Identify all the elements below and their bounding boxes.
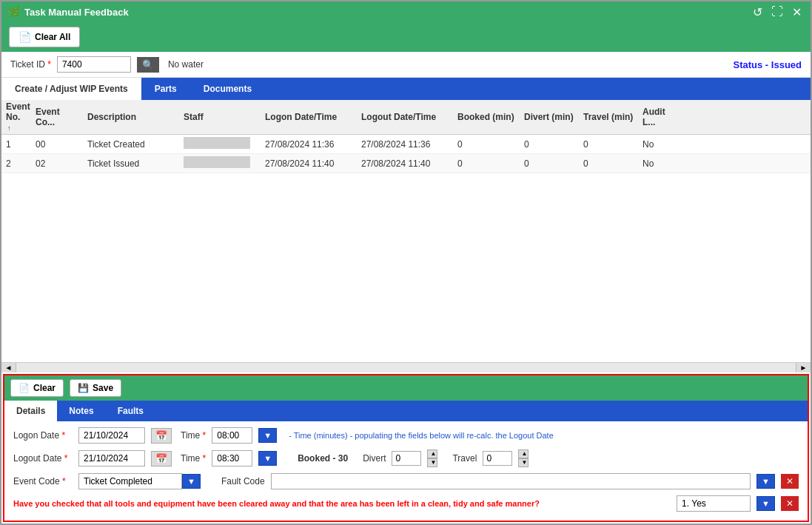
logon-time-dropdown-btn[interactable]: ▼	[258, 428, 277, 443]
logout-date-calendar-btn[interactable]: 📅	[151, 451, 172, 467]
window-icon: 🌿	[7, 6, 20, 18]
col-header-eventco: Event Co...	[31, 105, 83, 129]
cell-staff-2	[179, 155, 261, 172]
logout-time-dropdown-btn[interactable]: ▼	[258, 451, 277, 466]
logout-date-label: Logout Date *	[13, 453, 73, 464]
cell-eventno-2: 2	[1, 157, 31, 170]
cell-divert-2: 0	[520, 157, 579, 170]
fault-code-label: Fault Code	[221, 476, 265, 486]
travel-up-btn[interactable]: ▲	[518, 449, 529, 458]
warning-text: Have you checked that all tools and equi…	[13, 499, 671, 508]
col-header-logon: Logon Date/Time	[261, 110, 357, 124]
cell-travel-1: 0	[579, 138, 638, 151]
cell-booked-2: 0	[453, 157, 520, 170]
divert-up-btn[interactable]: ▲	[427, 449, 437, 458]
event-code-row: Event Code * ▼ Fault Code ▼ ✕	[13, 473, 799, 489]
fault-code-dropdown-btn[interactable]: ▼	[756, 474, 775, 489]
col-header-logout: Logout Date/Time	[357, 110, 453, 124]
tab-notes[interactable]: Notes	[57, 401, 105, 421]
col-header-desc: Description	[83, 110, 179, 124]
tab-parts[interactable]: Parts	[141, 78, 190, 100]
logon-date-row: Logon Date * 📅 Time * ▼ - Time (minutes)…	[13, 427, 799, 444]
col-header-staff: Staff	[179, 110, 261, 124]
col-header-divert: Divert (min)	[520, 110, 579, 124]
ticket-id-label: Ticket ID *	[10, 59, 51, 70]
yes-clear-btn[interactable]: ✕	[781, 496, 799, 511]
divert-input[interactable]	[392, 451, 421, 466]
cell-eventco-2: 02	[31, 157, 83, 170]
event-code-dropdown-btn[interactable]: ▼	[182, 474, 201, 489]
search-button[interactable]: 🔍	[137, 57, 159, 73]
fault-code-input[interactable]	[271, 473, 751, 489]
cell-audit-1: No	[638, 138, 682, 151]
window-title: Task Manual Feedback	[24, 7, 129, 18]
event-code-input[interactable]	[78, 473, 182, 489]
scroll-track[interactable]	[16, 363, 796, 372]
travel-down-btn[interactable]: ▼	[518, 458, 529, 467]
clear-all-icon: 📄	[19, 31, 31, 43]
ticket-id-input[interactable]	[57, 56, 131, 73]
horizontal-scrollbar[interactable]: ◄ ►	[1, 362, 811, 372]
clear-button[interactable]: 📄 Clear	[10, 379, 64, 397]
cell-logout-1: 27/08/2024 11:36	[357, 138, 453, 151]
save-icon: 💾	[78, 383, 89, 393]
fault-code-clear-btn[interactable]: ✕	[781, 474, 799, 489]
travel-label: Travel	[452, 453, 477, 464]
logon-time-input[interactable]	[212, 427, 252, 444]
logon-date-input[interactable]	[78, 427, 145, 444]
time-info-text: - Time (minutes) - populating the fields…	[289, 431, 554, 440]
event-code-combo: ▼	[78, 473, 201, 489]
close-btn[interactable]: ✕	[789, 5, 805, 19]
logon-time-label: Time *	[181, 430, 206, 441]
detail-tabs: Details Notes Faults	[4, 401, 808, 421]
scroll-right-arrow[interactable]: ►	[796, 363, 811, 372]
cell-logon-1: 27/08/2024 11:36	[261, 138, 357, 151]
booked-label: Booked - 30	[298, 453, 348, 464]
divert-down-btn[interactable]: ▼	[427, 458, 437, 467]
yes-dropdown-btn[interactable]: ▼	[756, 496, 775, 511]
col-header-audit: Audit L...	[638, 105, 682, 129]
main-tabs: Create / Adjust WIP Events Parts Documen…	[1, 78, 811, 100]
table-body: 1 00 Ticket Created 27/08/2024 11:36 27/…	[1, 135, 811, 362]
travel-input[interactable]	[483, 451, 512, 466]
scroll-left-arrow[interactable]: ◄	[1, 363, 16, 372]
clear-all-button[interactable]: 📄 Clear All	[9, 27, 80, 47]
warning-row: Have you checked that all tools and equi…	[13, 495, 799, 512]
table-row: 2 02 Ticket Issued 27/08/2024 11:40 27/0…	[1, 154, 811, 173]
cell-divert-1: 0	[520, 138, 579, 151]
col-header-travel: Travel (min)	[579, 110, 638, 124]
cell-staff-1	[179, 136, 261, 153]
tab-create-adjust[interactable]: Create / Adjust WIP Events	[1, 78, 141, 100]
no-water-label: No water	[168, 59, 204, 70]
event-code-label: Event Code *	[13, 476, 73, 486]
logout-date-row: Logout Date * 📅 Time * ▼ Booked - 30 Div…	[13, 449, 799, 467]
save-button[interactable]: 💾 Save	[70, 379, 121, 397]
cell-logon-2: 27/08/2024 11:40	[261, 157, 357, 170]
divert-label: Divert	[363, 453, 386, 464]
logon-date-calendar-btn[interactable]: 📅	[151, 428, 172, 444]
refresh-btn[interactable]: ↺	[750, 5, 765, 19]
tab-details[interactable]: Details	[4, 401, 57, 421]
logout-date-input[interactable]	[78, 450, 145, 467]
cell-eventco-1: 00	[31, 138, 83, 151]
cell-booked-1: 0	[453, 138, 520, 151]
maximize-btn[interactable]: ⛶	[768, 5, 786, 19]
col-header-booked: Booked (min)	[453, 110, 520, 124]
cell-eventno-1: 1	[1, 138, 31, 151]
cell-desc-1: Ticket Created	[83, 138, 179, 151]
logout-time-label: Time *	[181, 453, 206, 464]
tab-documents[interactable]: Documents	[190, 78, 265, 100]
status-badge: Status - Issued	[734, 59, 802, 70]
travel-spinner[interactable]: ▲ ▼	[518, 449, 529, 467]
cell-desc-2: Ticket Issued	[83, 157, 179, 170]
cell-audit-2: No	[638, 157, 682, 170]
form-area: Logon Date * 📅 Time * ▼ - Time (minutes)…	[4, 421, 808, 521]
table-row: 1 00 Ticket Created 27/08/2024 11:36 27/…	[1, 135, 811, 154]
divert-spinner[interactable]: ▲ ▼	[427, 449, 437, 467]
cell-travel-2: 0	[579, 157, 638, 170]
col-header-eventno: Event No. ↑	[1, 100, 31, 134]
logon-date-label: Logon Date *	[13, 430, 73, 441]
yes-input[interactable]	[677, 495, 751, 512]
logout-time-input[interactable]	[212, 450, 252, 467]
tab-faults[interactable]: Faults	[106, 401, 155, 421]
